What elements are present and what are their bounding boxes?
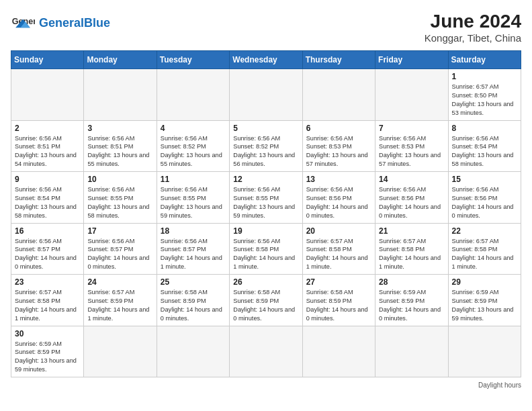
day-number: 30 [15, 329, 80, 338]
weekday-header-sunday: Sunday [11, 51, 84, 69]
weekday-header-monday: Monday [84, 51, 157, 69]
day-info: Sunrise: 6:57 AMSunset: 8:58 PMDaylight:… [379, 237, 444, 272]
day-number: 12 [233, 175, 298, 184]
calendar-cell: 11Sunrise: 6:56 AMSunset: 8:55 PMDayligh… [157, 172, 229, 224]
day-info: Sunrise: 6:57 AMSunset: 8:59 PMDaylight:… [87, 288, 152, 323]
calendar-cell: 21Sunrise: 6:57 AMSunset: 8:58 PMDayligh… [375, 223, 448, 275]
day-info: Sunrise: 6:56 AMSunset: 8:54 PMDaylight:… [15, 185, 80, 220]
calendar-cell [302, 69, 375, 121]
day-number: 13 [306, 175, 371, 184]
calendar-cell: 19Sunrise: 6:56 AMSunset: 8:58 PMDayligh… [230, 223, 302, 275]
day-info: Sunrise: 6:56 AMSunset: 8:53 PMDaylight:… [306, 134, 371, 169]
footer: Daylight hours [11, 381, 521, 389]
day-info: Sunrise: 6:56 AMSunset: 8:55 PMDaylight:… [87, 185, 152, 220]
day-number: 16 [15, 226, 80, 236]
day-info: Sunrise: 6:56 AMSunset: 8:55 PMDaylight:… [233, 185, 298, 220]
day-info: Sunrise: 6:57 AMSunset: 8:58 PMDaylight:… [306, 237, 371, 272]
calendar-cell: 2Sunrise: 6:56 AMSunset: 8:51 PMDaylight… [11, 120, 84, 172]
calendar-cell: 8Sunrise: 6:56 AMSunset: 8:54 PMDaylight… [448, 120, 521, 172]
calendar-row: 9Sunrise: 6:56 AMSunset: 8:54 PMDaylight… [11, 172, 521, 224]
calendar-table: SundayMondayTuesdayWednesdayThursdayFrid… [11, 50, 521, 377]
calendar-cell [448, 326, 521, 377]
day-info: Sunrise: 6:56 AMSunset: 8:55 PMDaylight:… [161, 185, 226, 220]
weekday-header-friday: Friday [375, 51, 448, 69]
daylight-label: Daylight hours [478, 381, 521, 389]
day-info: Sunrise: 6:56 AMSunset: 8:51 PMDaylight:… [87, 134, 152, 169]
calendar-cell: 12Sunrise: 6:56 AMSunset: 8:55 PMDayligh… [230, 172, 302, 224]
location: Konggar, Tibet, China [425, 32, 521, 44]
logo: General GeneralBlue [11, 11, 110, 35]
calendar-row: 30Sunrise: 6:59 AMSunset: 8:59 PMDayligh… [11, 326, 521, 377]
day-number: 22 [452, 226, 517, 236]
weekday-header-saturday: Saturday [448, 51, 521, 69]
calendar-cell [302, 326, 375, 377]
day-info: Sunrise: 6:58 AMSunset: 8:59 PMDaylight:… [306, 288, 371, 323]
day-number: 1 [452, 72, 517, 81]
calendar-header: SundayMondayTuesdayWednesdayThursdayFrid… [11, 51, 521, 69]
calendar-cell [230, 326, 302, 377]
calendar-row: 23Sunrise: 6:57 AMSunset: 8:58 PMDayligh… [11, 275, 521, 326]
title-block: June 2024 Konggar, Tibet, China [425, 11, 521, 44]
day-info: Sunrise: 6:56 AMSunset: 8:56 PMDaylight:… [452, 185, 517, 220]
calendar-cell: 29Sunrise: 6:59 AMSunset: 8:59 PMDayligh… [448, 275, 521, 326]
calendar-cell [157, 326, 229, 377]
day-number: 7 [379, 124, 444, 133]
day-number: 5 [233, 124, 298, 133]
calendar-cell: 17Sunrise: 6:56 AMSunset: 8:57 PMDayligh… [84, 223, 157, 275]
day-info: Sunrise: 6:57 AMSunset: 8:58 PMDaylight:… [15, 288, 80, 323]
day-info: Sunrise: 6:59 AMSunset: 8:59 PMDaylight:… [452, 288, 517, 323]
calendar-cell [84, 326, 157, 377]
day-number: 6 [306, 124, 371, 133]
calendar-cell [375, 326, 448, 377]
calendar-cell [230, 69, 302, 121]
day-number: 18 [161, 226, 226, 236]
calendar-cell: 1Sunrise: 6:57 AMSunset: 8:50 PMDaylight… [448, 69, 521, 121]
day-number: 9 [15, 175, 80, 184]
calendar-cell: 15Sunrise: 6:56 AMSunset: 8:56 PMDayligh… [448, 172, 521, 224]
calendar-cell: 22Sunrise: 6:57 AMSunset: 8:58 PMDayligh… [448, 223, 521, 275]
calendar-cell [375, 69, 448, 121]
calendar-cell: 23Sunrise: 6:57 AMSunset: 8:58 PMDayligh… [11, 275, 84, 326]
day-info: Sunrise: 6:56 AMSunset: 8:57 PMDaylight:… [87, 237, 152, 272]
day-info: Sunrise: 6:56 AMSunset: 8:57 PMDaylight:… [161, 237, 226, 272]
day-number: 28 [379, 277, 444, 287]
calendar-cell: 4Sunrise: 6:56 AMSunset: 8:52 PMDaylight… [157, 120, 229, 172]
day-number: 21 [379, 226, 444, 236]
day-number: 8 [452, 124, 517, 133]
calendar-cell: 7Sunrise: 6:56 AMSunset: 8:53 PMDaylight… [375, 120, 448, 172]
day-info: Sunrise: 6:56 AMSunset: 8:57 PMDaylight:… [15, 237, 80, 272]
logo-general: General [39, 16, 84, 30]
calendar-cell: 14Sunrise: 6:56 AMSunset: 8:56 PMDayligh… [375, 172, 448, 224]
logo-icon: General [11, 11, 35, 35]
calendar-cell: 16Sunrise: 6:56 AMSunset: 8:57 PMDayligh… [11, 223, 84, 275]
day-number: 25 [161, 277, 226, 287]
calendar-cell: 26Sunrise: 6:58 AMSunset: 8:59 PMDayligh… [230, 275, 302, 326]
calendar-cell: 28Sunrise: 6:59 AMSunset: 8:59 PMDayligh… [375, 275, 448, 326]
calendar-cell: 6Sunrise: 6:56 AMSunset: 8:53 PMDaylight… [302, 120, 375, 172]
day-info: Sunrise: 6:56 AMSunset: 8:56 PMDaylight:… [306, 185, 371, 220]
day-number: 2 [15, 124, 80, 133]
day-number: 24 [87, 277, 152, 287]
day-number: 15 [452, 175, 517, 184]
weekday-header-tuesday: Tuesday [157, 51, 229, 69]
calendar-cell: 13Sunrise: 6:56 AMSunset: 8:56 PMDayligh… [302, 172, 375, 224]
day-number: 14 [379, 175, 444, 184]
calendar-cell [84, 69, 157, 121]
day-info: Sunrise: 6:58 AMSunset: 8:59 PMDaylight:… [233, 288, 298, 323]
calendar-cell: 3Sunrise: 6:56 AMSunset: 8:51 PMDaylight… [84, 120, 157, 172]
day-number: 27 [306, 277, 371, 287]
page-header: General GeneralBlue June 2024 Konggar, T… [11, 11, 521, 44]
calendar-cell: 10Sunrise: 6:56 AMSunset: 8:55 PMDayligh… [84, 172, 157, 224]
day-number: 20 [306, 226, 371, 236]
calendar-cell: 20Sunrise: 6:57 AMSunset: 8:58 PMDayligh… [302, 223, 375, 275]
calendar-cell [157, 69, 229, 121]
calendar-cell: 27Sunrise: 6:58 AMSunset: 8:59 PMDayligh… [302, 275, 375, 326]
day-number: 23 [15, 277, 80, 287]
day-info: Sunrise: 6:59 AMSunset: 8:59 PMDaylight:… [15, 340, 80, 375]
day-info: Sunrise: 6:56 AMSunset: 8:53 PMDaylight:… [379, 134, 444, 169]
calendar-cell [11, 69, 84, 121]
calendar-body: 1Sunrise: 6:57 AMSunset: 8:50 PMDaylight… [11, 69, 521, 377]
logo-blue: Blue [84, 16, 110, 30]
day-info: Sunrise: 6:56 AMSunset: 8:56 PMDaylight:… [379, 185, 444, 220]
day-info: Sunrise: 6:57 AMSunset: 8:50 PMDaylight:… [452, 83, 517, 118]
